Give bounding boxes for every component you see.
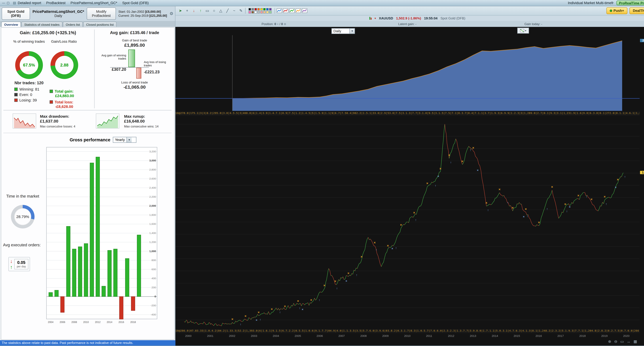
tab-orders-list[interactable]: Orders list (63, 22, 83, 27)
color-swatch[interactable] (269, 8, 272, 10)
best-trade-label: Gain of best trade (101, 39, 168, 42)
close-position-icon[interactable]: × (277, 23, 278, 26)
grid-icon[interactable]: ▦ (634, 339, 637, 344)
max-runup-value: £16,648.00 (124, 119, 145, 124)
indicator-icon[interactable] (302, 8, 307, 13)
bar-chart-icon[interactable] (283, 8, 288, 13)
candlestick-chart-icon[interactable] (289, 8, 295, 13)
position-settings-icon[interactable]: ⚙ (284, 23, 286, 26)
settings-gear-icon[interactable]: ⚙ (170, 11, 173, 16)
color-swatch[interactable] (266, 8, 269, 10)
year-axis-label: 2015 (514, 334, 520, 338)
color-swatch[interactable] (252, 8, 254, 10)
divider (94, 29, 94, 108)
svg-text:×: × (438, 174, 439, 178)
color-swatch[interactable] (248, 11, 251, 13)
svg-text:2,400: 2,400 (149, 186, 156, 189)
color-swatch[interactable] (254, 8, 257, 10)
max-runup-label: Max runup: (124, 114, 145, 119)
buy-arrow-icon[interactable]: ↑ (198, 8, 203, 13)
chart-header: ➤+↓↑▭○△╱~✎ Push+ DealThru⚡ ▾ XAUUSD 1,50… (176, 6, 644, 21)
svg-text:×: × (231, 317, 233, 321)
svg-text:×: × (538, 220, 540, 224)
year-axis-label: 2007 (338, 334, 345, 338)
rectangle-tool-icon[interactable]: ▭ (205, 8, 210, 13)
year-axis-label: 2002 (229, 334, 235, 338)
year-axis-label: 2000 (185, 334, 192, 338)
prorealtime-premium-badge: ProRealTime Premium (616, 1, 644, 5)
svg-text:×: × (569, 205, 570, 208)
menu-item-4[interactable]: Spot Gold (DFB) (122, 1, 149, 5)
color-swatch[interactable] (263, 8, 266, 10)
market-button[interactable]: Spot Gold (DFB) (2, 7, 30, 20)
color-swatch[interactable] (266, 11, 269, 13)
color-swatch[interactable] (254, 11, 257, 13)
modify-probacktest-button[interactable]: Modify ProBacktest (87, 7, 116, 20)
svg-text:↑: ↑ (376, 248, 377, 251)
color-swatch[interactable] (248, 8, 251, 10)
equity-axis-label: 12,000 (640, 72, 644, 75)
symbol-name[interactable]: XAUUSD (379, 16, 393, 20)
avg-loss-value: -£221.23 (144, 70, 172, 74)
color-swatch[interactable] (252, 11, 254, 13)
period-select[interactable]: Yearly▼ (113, 137, 136, 143)
menu-item-3[interactable]: PricePatternsLongShort_GC* (70, 1, 117, 5)
triangle-tool-icon[interactable]: △ (218, 8, 223, 13)
color-swatch[interactable] (260, 11, 263, 13)
gain-today-info: Gain today: - (524, 22, 542, 26)
zoom-out-icon[interactable]: ⊖ (614, 339, 617, 344)
tab-overview[interactable]: Overview (1, 22, 21, 27)
legend-label: Losing: 39 (19, 98, 37, 102)
zoom-in-icon[interactable]: ⊕ (608, 339, 611, 344)
line-chart-icon[interactable] (277, 8, 282, 13)
color-swatch[interactable] (263, 11, 266, 13)
avg-win-value: £307.20 (97, 67, 126, 72)
sell-arrow-icon[interactable]: ↓ (192, 8, 196, 13)
time-in-market-gauge: 28.79% (11, 205, 34, 228)
symbol-dropdown-icon[interactable]: ▾ (374, 16, 376, 20)
strategy-timeframe: Daily (32, 14, 84, 18)
instrument-info-bar: ▾ XAUUSD 1,502.9 (-1.86%) 19:55:04 Spot … (176, 15, 644, 21)
minimize-window-icon[interactable]: — (2, 1, 5, 5)
menu-item-1[interactable]: Detailed report (18, 1, 41, 5)
equity-current-tag: 21,255 (640, 39, 644, 42)
svg-text:×: × (485, 201, 487, 205)
best-trade-value: £1,895.00 (101, 42, 168, 48)
svg-text:×: × (617, 178, 619, 181)
gross-performance-row: Gross performance Yearly▼ (46, 137, 160, 143)
worst-trade-value: -£1,065.00 (101, 84, 168, 90)
color-swatch[interactable] (257, 8, 260, 10)
ellipse-tool-icon[interactable]: ○ (212, 8, 216, 13)
tab-statistics-of-closed-trades[interactable]: Statistics of closed trades (22, 22, 62, 27)
zigzag-tool-icon[interactable]: ~ (232, 8, 237, 13)
svg-text:1,000: 1,000 (149, 250, 156, 253)
push-status-dot (610, 9, 612, 12)
price-chart-area[interactable]: Daily▼ ▾ 10@278.0|175.1|3|3|8.2|295.0|3.… (176, 27, 644, 346)
svg-text:×: × (323, 284, 325, 287)
strategy-name: PricePatternsLongShort_GC* (32, 9, 84, 14)
dealthru-button[interactable]: DealThru⚡ (630, 7, 644, 14)
year-axis-label: 2011 (426, 334, 432, 338)
svg-text:×: × (498, 187, 500, 191)
color-swatch[interactable] (260, 8, 263, 10)
total-gain-value: £24,883.00 (50, 94, 74, 98)
pointer-tool-icon[interactable]: ➤ (178, 8, 183, 13)
chart-options-widget[interactable]: ▾ (517, 28, 529, 33)
menu-item-2[interactable]: ProBacktest (46, 1, 66, 5)
area-chart-icon[interactable] (296, 8, 301, 13)
push-plus-button[interactable]: Push+ (606, 7, 628, 14)
tab-closed-positions-list[interactable]: Closed positions list (83, 22, 116, 27)
svg-text:-200: -200 (151, 304, 156, 307)
pencil-tool-icon[interactable]: ✎ (238, 8, 244, 13)
pan-icon[interactable]: ↔ (627, 339, 630, 344)
timeframe-select[interactable]: Daily▼ (332, 28, 355, 34)
fit-chart-icon[interactable]: ▭ (620, 339, 624, 344)
svg-text:×: × (439, 167, 441, 171)
overview-panel: Gain: £16,255.00 (+325.1%) Avg gain: £13… (0, 27, 176, 340)
color-swatch[interactable] (269, 11, 272, 13)
color-swatch[interactable] (257, 11, 260, 13)
crosshair-tool-icon[interactable]: + (184, 8, 190, 13)
segment-tool-icon[interactable]: ╱ (225, 8, 230, 13)
restore-window-icon[interactable]: ▢ (7, 1, 10, 5)
price-axis-label: 1,600 (640, 159, 644, 163)
